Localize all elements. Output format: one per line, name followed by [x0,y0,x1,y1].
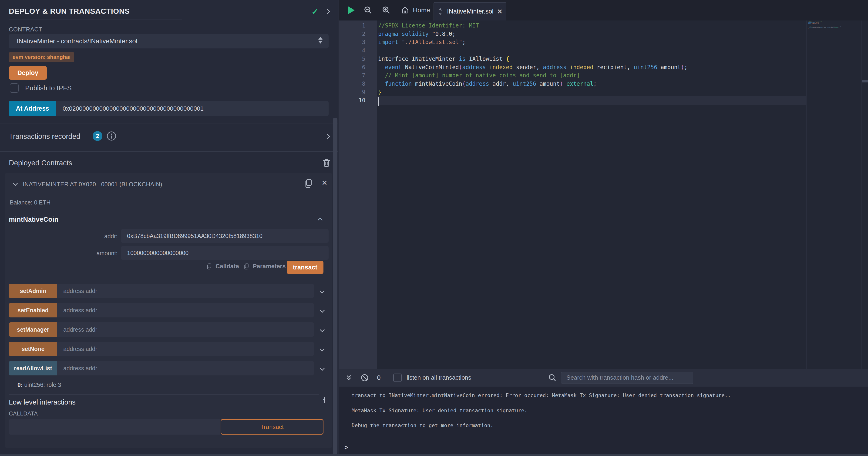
info-icon[interactable]: i [323,396,326,405]
code-line-6[interactable]: 6 event NativeCoinMinted(address indexed… [339,63,868,72]
contract-select[interactable]: INativeMinter - contracts/INativeMinter.… [9,34,329,49]
calldata-label: CALLDATA [9,410,38,417]
transact-button[interactable]: transact [287,261,323,274]
line-number: 7 [339,71,365,80]
bottom-scrollbar-strip[interactable] [0,454,868,456]
function-list: setAdminsetEnabledsetManagersetNonereadA… [9,284,324,380]
zoom-in-icon[interactable] [382,6,391,15]
editor-scrollbar[interactable] [862,21,868,369]
code-text: function mintNativeCoin(address addr, ui… [378,80,597,88]
setManager-row: setManager [9,322,324,337]
setEnabled-expand-chevron-icon[interactable] [320,308,324,313]
code-line-2[interactable]: 2pragma solidity ^0.8.0; [339,30,868,38]
low-level-title: Low level interactions [9,398,75,406]
setAdmin-button[interactable]: setAdmin [9,284,57,298]
minimap-line [808,29,862,30]
panel-scrollbar[interactable] [333,118,337,455]
setNone-input[interactable] [57,342,314,356]
collapse-terminal-double-chevron-icon[interactable] [344,373,353,382]
transactions-recorded-row: Transactions recorded 2 [0,130,338,146]
code-line-8[interactable]: 8 function mintNativeCoin(address addr, … [339,80,868,88]
terminal-prompt[interactable]: > [344,444,348,451]
open-function-name: mintNativeCoin [9,216,58,223]
setNone-expand-chevron-icon[interactable] [320,346,324,351]
code-line-4[interactable]: 4 [339,46,868,55]
publish-ipfs-row: Publish to IPFS [10,83,72,93]
clipboard-icon [243,263,249,270]
minimap-content: //SPDX-License-Identifier: MITpragma sol… [808,22,862,30]
low-level-transact-button[interactable]: Transact [221,419,323,434]
copy-icon[interactable] [304,178,313,189]
terminal-message: transact to INativeMinter.mintNativeCoin… [352,388,868,403]
trash-icon[interactable] [322,158,331,168]
setEnabled-button[interactable]: setEnabled [9,303,57,317]
code-text: } [378,88,381,96]
code-line-3[interactable]: 3import "./IAllowList.sol"; [339,38,868,46]
zoom-out-icon[interactable] [364,6,373,15]
code-text: interface INativeMinter is IAllowList { [378,55,509,63]
at-address-input[interactable] [56,101,329,116]
close-instance-icon[interactable]: ✕ [321,179,328,187]
info-icon[interactable] [106,131,116,141]
terminal-toolbar: 0 listen on all transactions [339,369,868,387]
code-text: import "./IAllowList.sol"; [378,38,466,46]
amount-field-input[interactable] [121,246,329,260]
at-address-button[interactable]: At Address [9,101,56,116]
low-level-calldata-input[interactable] [9,419,220,434]
at-address-row: At Address [9,101,329,116]
panel-expand-chevron-icon[interactable] [325,9,330,14]
line-number: 10 [339,96,365,105]
code-editor[interactable]: 1//SPDX-License-Identifier: MIT2pragma s… [339,21,868,369]
divider [0,151,338,152]
divider [0,123,338,123]
clipboard-icon [206,263,212,270]
terminal-search-input[interactable] [561,372,693,384]
run-script-play-icon[interactable] [348,6,354,15]
code-line-7[interactable]: 7 // Mint [amount] number of native coin… [339,71,868,80]
setManager-button[interactable]: setManager [9,322,57,337]
check-icon: ✓ [311,6,319,17]
deploy-button[interactable]: Deploy [9,66,47,80]
code-line-10[interactable]: 10 [339,96,868,105]
readAllowList-button[interactable]: readAllowList [9,361,57,375]
code-line-9[interactable]: 9} [339,88,868,96]
calldata-copy-label: Calldata [216,263,239,270]
setAdmin-expand-chevron-icon[interactable] [320,288,324,293]
setAdmin-input[interactable] [57,284,314,298]
readAllowList-input[interactable] [57,361,314,375]
line-number: 4 [339,46,365,55]
transactions-count-badge: 2 [93,131,102,141]
setNone-button[interactable]: setNone [9,342,57,356]
listen-transactions-checkbox[interactable] [393,374,402,382]
setEnabled-input[interactable] [57,303,314,317]
transactions-expand-chevron-icon[interactable] [325,134,330,139]
parameters-copy-button[interactable]: Parameters [243,263,286,270]
tab-inativeminter[interactable]: INativeMinter.sol ✕ [434,2,506,21]
code-line-1[interactable]: 1//SPDX-License-Identifier: MIT [339,22,868,30]
code-line-5[interactable]: 5interface INativeMinter is IAllowList { [339,55,868,63]
panel-title: DEPLOY & RUN TRANSACTIONS [9,7,130,16]
line-number: 8 [339,80,365,88]
addr-field-input[interactable] [121,229,329,243]
setManager-expand-chevron-icon[interactable] [320,327,324,332]
tab-home[interactable]: Home [401,6,430,15]
setManager-input[interactable] [57,322,314,337]
instance-header[interactable]: INATIVEMINTER AT 0X020...00001 (BLOCKCHA… [23,181,162,188]
setAdmin-row: setAdmin [9,284,324,298]
addr-field-label: addr: [61,233,118,240]
title-underline [9,20,182,20]
editor-scrollbar-thumb[interactable] [862,80,868,82]
minimap[interactable]: //SPDX-License-Identifier: MITpragma sol… [806,21,862,369]
close-tab-icon[interactable]: ✕ [497,8,502,16]
publish-ipfs-checkbox[interactable] [10,83,19,93]
publish-ipfs-label: Publish to IPFS [25,84,72,92]
calldata-copy-button[interactable]: Calldata [206,263,239,270]
terminal-message: MetaMask Tx Signature: User denied trans… [352,403,868,418]
readAllowList-expand-chevron-icon[interactable] [320,366,324,371]
clear-console-block-icon[interactable] [360,373,369,382]
editor-region: Home INativeMinter.sol ✕ 1//SPDX-License… [339,0,868,456]
line-number: 9 [339,88,365,96]
solidity-icon [437,8,443,16]
terminal-log[interactable]: transact to INativeMinter.mintNativeCoin… [339,387,868,454]
line-number: 3 [339,38,365,46]
